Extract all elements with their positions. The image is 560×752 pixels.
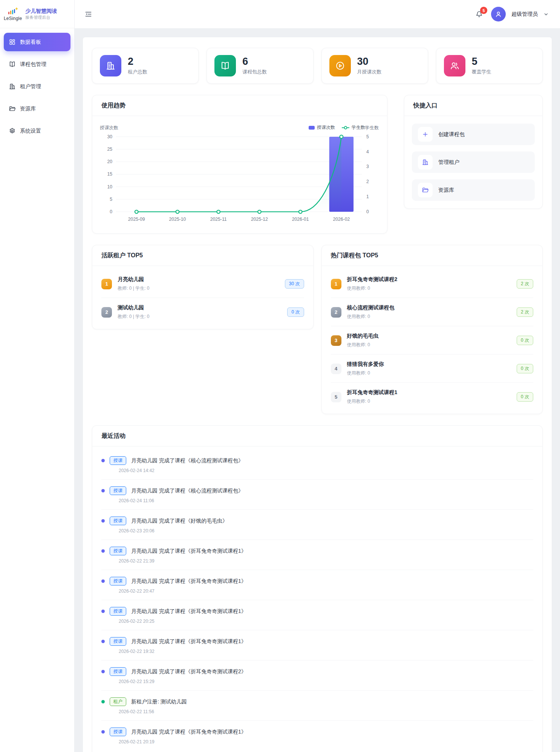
package-count-badge: 2 次: [517, 307, 533, 317]
sidebar-item[interactable]: 数据看板: [4, 33, 70, 51]
stat-card: 5 覆盖学生: [436, 48, 543, 84]
activity-time: 2026-02-22 20:47: [119, 588, 533, 594]
svg-text:2025-10: 2025-10: [169, 217, 186, 222]
sidebar-item-label: 数据看板: [20, 39, 41, 46]
package-meta: 使用教师: 0: [347, 313, 395, 320]
package-count-badge: 0 次: [517, 364, 533, 373]
gear-icon: [9, 127, 16, 135]
activity-dot: [101, 610, 105, 613]
recent-activity-title: 最近活动: [92, 426, 542, 446]
svg-text:5: 5: [110, 197, 112, 202]
activity-row: 授课 月亮幼儿园 完成了课程《好饿的毛毛虫》 2026-02-23 20:06: [101, 510, 533, 540]
sidebar-item[interactable]: 课程包管理: [4, 55, 70, 73]
sidebar-item[interactable]: 租户管理: [4, 77, 70, 96]
active-tenants-list: 1 月亮幼儿园 教师: 0 | 学生: 0 30 次 2: [92, 266, 313, 329]
hot-packages-title: 热门课程包 TOP5: [322, 245, 543, 266]
activity-tag: 租户: [110, 697, 126, 706]
sidebar-item[interactable]: 系统设置: [4, 122, 70, 140]
dashboard-content: 2 租户总数 6 课程包总数: [83, 37, 552, 752]
activity-row: 授课 月亮幼儿园 完成了课程《折耳兔奇奇测试课程1》 2026-02-22 21…: [101, 540, 533, 570]
legend-label: 学生数: [352, 124, 365, 131]
sidebar: LeSingle 少儿智慧阅读 服务管理后台 数据看板 课程包管理: [0, 0, 75, 752]
notification-bell-icon[interactable]: 5: [475, 10, 483, 18]
legend-item-line[interactable]: 学生数: [342, 124, 365, 131]
book-icon: [214, 55, 236, 76]
stat-card: 2 租户总数: [92, 48, 199, 84]
activity-text: 月亮幼儿园 完成了课程《折耳兔奇奇测试课程1》: [131, 548, 246, 555]
activity-dot: [101, 459, 105, 462]
package-name: 核心流程测试课程包: [347, 304, 395, 311]
activity-dot: [101, 519, 105, 523]
package-row: 4 猜猜我有多爱你 使用教师: 0 0 次: [331, 355, 534, 383]
activity-time: 2026-02-23 20:06: [119, 528, 533, 533]
tenant-row: 1 月亮幼儿园 教师: 0 | 学生: 0 30 次: [101, 270, 304, 298]
stat-value: 5: [472, 56, 491, 67]
package-count-badge: 0 次: [517, 336, 533, 345]
stat-label: 覆盖学生: [472, 69, 491, 75]
activity-text: 月亮幼儿园 完成了课程《折耳兔奇奇测试课程1》: [131, 729, 246, 735]
row-toplists: 活跃租户 TOP5 1 月亮幼儿园 教师: 0 | 学生: 0: [92, 245, 543, 414]
activity-row: 租户 新租户注册: 测试幼儿园 2026-02-22 11:56: [101, 691, 533, 721]
tenant-row: 2 测试幼儿园 教师: 0 | 学生: 0 0 次: [101, 298, 304, 326]
package-row: 1 折耳兔奇奇测试课程2 使用教师: 0 2 次: [331, 270, 534, 298]
stat-card: 30 月授课次数: [321, 48, 428, 84]
user-name[interactable]: 超级管理员: [511, 11, 538, 18]
quick-access-item[interactable]: 管理租户: [412, 151, 535, 173]
activity-dot: [101, 489, 105, 492]
svg-text:15: 15: [107, 171, 113, 177]
package-name: 猜猜我有多爱你: [347, 361, 384, 368]
svg-text:2026-01: 2026-01: [292, 217, 309, 222]
activity-row: 授课 月亮幼儿园 完成了课程《核心流程测试课程包》 2026-02-24 11:…: [101, 480, 533, 510]
svg-text:2025-12: 2025-12: [251, 217, 268, 222]
sidebar-item-label: 租户管理: [20, 83, 41, 90]
activity-tag: 授课: [110, 547, 126, 555]
collapse-sidebar-icon[interactable]: [84, 10, 92, 18]
building-icon: [418, 155, 433, 170]
svg-text:3: 3: [366, 164, 369, 169]
activity-text: 新租户注册: 测试幼儿园: [131, 699, 187, 705]
tenant-name: 测试幼儿园: [118, 304, 149, 311]
activity-text: 月亮幼儿园 完成了课程《好饿的毛毛虫》: [131, 518, 228, 524]
sidebar-item[interactable]: 资源库: [4, 99, 70, 118]
hot-packages-card: 热门课程包 TOP5 1 折耳兔奇奇测试课程2 使用教师: 0: [321, 245, 543, 414]
folder-icon: [9, 105, 16, 112]
activity-dot: [101, 549, 105, 553]
usage-trend-card: 使用趋势 授课次数学生数 051015202530012345授课次数学生数20…: [92, 95, 387, 234]
chevron-down-icon[interactable]: [543, 12, 549, 17]
package-row: 2 核心流程测试课程包 使用教师: 0 2 次: [331, 298, 534, 326]
brand-area: LeSingle 少儿智慧阅读 服务管理后台: [0, 0, 74, 28]
svg-text:2025-11: 2025-11: [210, 217, 227, 222]
quick-access-item[interactable]: 资源库: [412, 179, 535, 201]
quick-access-label: 创建课程包: [438, 131, 465, 138]
svg-text:5: 5: [366, 134, 369, 139]
activity-time: 2026-02-22 19:32: [119, 649, 533, 654]
svg-text:2026-02: 2026-02: [333, 217, 350, 222]
tenant-meta: 教师: 0 | 学生: 0: [118, 285, 149, 292]
active-tenants-card: 活跃租户 TOP5 1 月亮幼儿园 教师: 0 | 学生: 0: [92, 245, 314, 329]
top-header: 5 超级管理员: [75, 0, 560, 28]
quick-access-item[interactable]: 创建课程包: [412, 124, 535, 145]
legend-item-bar[interactable]: 授课次数: [309, 124, 335, 131]
usage-trend-chart: 051015202530012345授课次数学生数2025-092025-102…: [98, 119, 382, 229]
stat-label: 租户总数: [128, 69, 147, 75]
activity-time: 2026-02-24 11:06: [119, 498, 533, 503]
usage-trend-title: 使用趋势: [92, 95, 387, 116]
activity-row: 授课 月亮幼儿园 完成了课程《折耳兔奇奇测试课程1》 2026-02-21 20…: [101, 721, 533, 750]
activity-time: 2026-02-22 20:25: [119, 619, 533, 624]
svg-text:0: 0: [110, 209, 112, 214]
stat-value: 2: [128, 56, 147, 67]
notification-count-badge: 5: [480, 7, 487, 14]
brand-subtitle: 服务管理后台: [25, 15, 57, 20]
rank-badge: 5: [331, 392, 341, 402]
user-avatar[interactable]: [491, 7, 506, 21]
activity-time: 2026-02-24 14:42: [119, 468, 533, 473]
activity-text: 月亮幼儿园 完成了课程《折耳兔奇奇测试课程1》: [131, 638, 246, 645]
lesingle-logo-icon: [7, 7, 18, 15]
svg-text:授课次数: 授课次数: [99, 125, 118, 130]
activity-dot: [101, 670, 105, 673]
quick-access-list: 创建课程包 管理租户 资源库: [404, 116, 542, 208]
sidebar-menu: 数据看板 课程包管理 租户管理 资源库: [0, 28, 74, 145]
rank-badge: 4: [331, 364, 341, 374]
recent-activity-list: 授课 月亮幼儿园 完成了课程《核心流程测试课程包》 2026-02-24 14:…: [92, 446, 542, 752]
stat-card: 6 课程包总数: [207, 48, 313, 84]
